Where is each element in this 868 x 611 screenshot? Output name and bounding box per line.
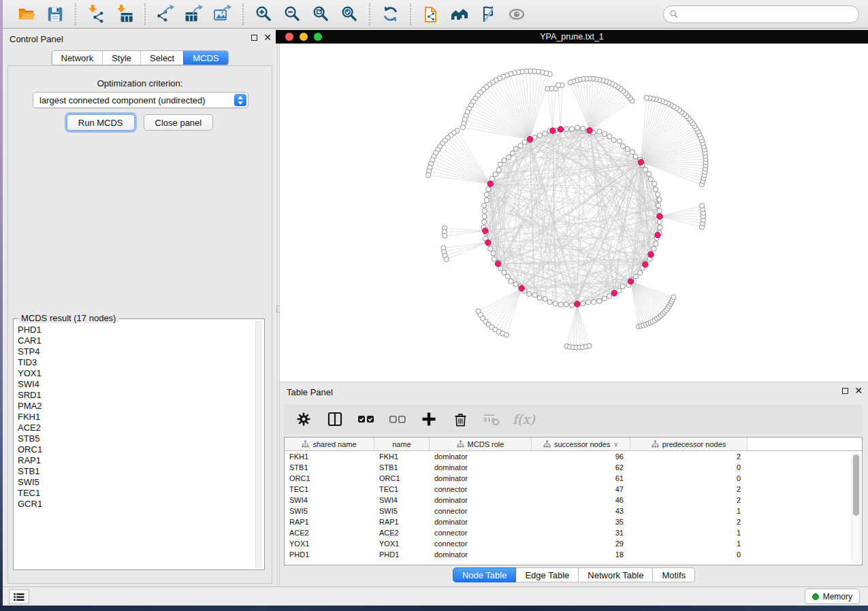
network-node[interactable] (481, 203, 486, 208)
table-row-YOX1[interactable]: YOX1YOX1connector291 (285, 538, 862, 549)
export-table-button[interactable] (182, 3, 206, 26)
show-columns-button[interactable] (325, 409, 345, 429)
mcds-result-item[interactable]: SWI4 (18, 379, 253, 390)
network-leaf-node[interactable] (444, 257, 449, 261)
network-leaf-node[interactable] (443, 233, 447, 238)
network-node[interactable] (491, 251, 496, 256)
network-node[interactable] (602, 296, 607, 301)
network-node[interactable] (575, 125, 580, 130)
network-node[interactable] (653, 186, 658, 191)
network-node[interactable] (510, 151, 515, 156)
network-node[interactable] (487, 246, 492, 251)
network-node[interactable] (643, 167, 648, 172)
mcds-dominator-node[interactable] (575, 301, 580, 307)
network-node[interactable] (518, 144, 523, 148)
network-node[interactable] (657, 208, 662, 213)
column-header-successor-nodes[interactable]: successor nodes∨ (532, 437, 630, 451)
network-node[interactable] (569, 303, 574, 308)
criterion-dropdown[interactable]: largest connected component (undirected) (33, 92, 248, 108)
mcds-dominator-node[interactable] (483, 228, 488, 233)
network-node[interactable] (564, 302, 568, 307)
zoom-fit-button[interactable] (308, 3, 333, 26)
network-node[interactable] (652, 246, 656, 251)
mcds-result-item[interactable]: PMA2 (18, 401, 253, 412)
network-node[interactable] (553, 301, 558, 306)
mcds-dominator-node[interactable] (587, 127, 592, 133)
network-node[interactable] (507, 154, 511, 159)
network-node[interactable] (648, 177, 653, 182)
open-session-button[interactable] (14, 3, 39, 26)
network-node[interactable] (647, 171, 652, 176)
mcds-dominator-node[interactable] (655, 232, 660, 237)
network-node[interactable] (564, 127, 568, 131)
network-node[interactable] (633, 154, 638, 159)
network-node[interactable] (482, 208, 487, 213)
network-node[interactable] (547, 299, 552, 304)
mcds-dominator-node[interactable] (638, 159, 643, 165)
network-leaf-node[interactable] (545, 86, 550, 91)
network-node[interactable] (657, 197, 662, 202)
table-row-TEC1[interactable]: TEC1TEC1connector472 (285, 484, 862, 495)
column-header-predecessor-nodes[interactable]: predecessor nodes (630, 437, 748, 451)
network-leaf-node[interactable] (460, 125, 465, 130)
refresh-button[interactable] (378, 3, 402, 26)
mcds-result-item[interactable]: SWI5 (18, 477, 253, 488)
network-node[interactable] (484, 192, 489, 197)
mcds-result-item[interactable]: CAR1 (18, 335, 253, 346)
network-node[interactable] (658, 225, 662, 230)
network-node[interactable] (592, 299, 596, 304)
tab-style[interactable]: Style (102, 51, 140, 65)
table-row-RAP1[interactable]: RAP1RAP1dominator352 (285, 516, 862, 527)
close-panel-icon[interactable]: ✕ (263, 34, 272, 42)
network-node[interactable] (652, 181, 656, 186)
network-leaf-node[interactable] (426, 173, 431, 178)
network-node[interactable] (607, 134, 612, 139)
network-node[interactable] (543, 131, 547, 136)
network-node[interactable] (607, 294, 612, 299)
network-node[interactable] (522, 139, 527, 144)
mcds-result-item[interactable]: PHD1 (18, 325, 253, 335)
network-node[interactable] (481, 220, 486, 225)
network-node[interactable] (493, 172, 498, 177)
mcds-result-item[interactable]: TID3 (18, 357, 253, 368)
hide-graphics-details-button[interactable] (476, 3, 500, 26)
zoom-out-button[interactable] (280, 3, 304, 26)
mcds-dominator-node[interactable] (643, 262, 648, 267)
tab-select[interactable]: Select (140, 51, 183, 65)
network-node[interactable] (532, 293, 537, 297)
network-node[interactable] (496, 167, 501, 172)
import-table-button[interactable] (112, 3, 137, 26)
network-leaf-node[interactable] (671, 295, 676, 299)
network-leaf-node[interactable] (587, 344, 592, 348)
float-panel-icon[interactable] (842, 388, 848, 394)
mcds-result-item[interactable]: SRD1 (18, 390, 253, 401)
network-node[interactable] (558, 302, 563, 307)
mcds-dominator-node[interactable] (611, 291, 617, 296)
network-node[interactable] (611, 137, 616, 142)
mcds-dominator-node[interactable] (485, 240, 491, 245)
mcds-dominator-node[interactable] (487, 181, 493, 186)
network-leaf-node[interactable] (644, 95, 649, 100)
column-header-shared-name[interactable]: shared name (285, 437, 374, 451)
mcds-result-item[interactable]: ORC1 (18, 444, 253, 455)
table-row-ACE2[interactable]: ACE2ACE2connector311 (285, 527, 862, 538)
column-header-MCDS-role[interactable]: MCDS role (430, 437, 532, 451)
mcds-dominator-node[interactable] (558, 127, 563, 132)
zoom-traffic-light[interactable] (314, 33, 322, 41)
network-leaf-node[interactable] (699, 203, 704, 208)
network-node[interactable] (527, 292, 532, 297)
mcds-result-item[interactable]: TEC1 (18, 488, 253, 499)
tab-edge-table[interactable]: Edge Table (516, 567, 579, 582)
tab-network[interactable]: Network (52, 51, 102, 65)
search-field[interactable] (663, 5, 859, 23)
table-row-STB1[interactable]: STB1STB1dominator620 (285, 462, 862, 473)
table-row-PHD1[interactable]: PHD1PHD1dominator180 (285, 549, 862, 560)
minimize-traffic-light[interactable] (300, 33, 308, 41)
tab-mcds[interactable]: MCDS (183, 51, 227, 65)
export-image-button[interactable] (210, 3, 235, 26)
network-node[interactable] (484, 198, 489, 203)
mcds-result-item[interactable]: ACE2 (18, 423, 253, 433)
mcds-result-item[interactable]: GCR1 (18, 499, 253, 510)
network-node[interactable] (498, 162, 502, 167)
mcds-dominator-node[interactable] (628, 279, 633, 284)
